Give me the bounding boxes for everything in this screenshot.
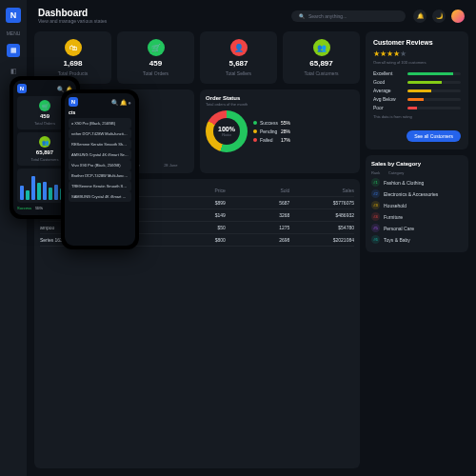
page-title: Dashboard: [38, 8, 107, 18]
list-item[interactable]: SAMSUNG Crystal 4K iSmart Serie...: [69, 191, 131, 202]
see-all-button[interactable]: See all Customers: [407, 130, 461, 142]
list-item[interactable]: o X90 Pro (Black, 256GB): [69, 118, 131, 129]
donut-chart: 100%Ratio: [206, 110, 248, 152]
menu-label: MENU: [7, 30, 21, 36]
list-item[interactable]: Brother DCP-T428W Multi-functio...: [69, 170, 131, 181]
legend-item: Success55%: [253, 120, 290, 126]
star-rating: ★★★★★: [373, 50, 461, 58]
stat-icon: 👥: [313, 39, 330, 56]
stat-card: 👤5,687Total Sellers: [200, 31, 277, 84]
list-item[interactable]: AMSUNG Crystal 4K iSmart Serie...: [69, 149, 131, 160]
stat-icon: 🛍: [65, 39, 82, 56]
page-subtitle: View and manage various states: [38, 18, 107, 24]
list-item[interactable]: TRESemme Keratin Smooth Shampoo: [69, 181, 131, 191]
stat-icon: 🛒: [148, 39, 165, 56]
search-input[interactable]: 🔍 Search anything...: [291, 10, 406, 22]
logo: N: [69, 97, 78, 107]
legend-item: Failed17%: [253, 137, 290, 143]
logo[interactable]: N: [6, 8, 21, 23]
topbar: Dashboard View and manage various states…: [27, 0, 476, 31]
category-row[interactable]: #5Personal Care: [371, 224, 463, 232]
category-row[interactable]: #4Furniture: [371, 212, 463, 221]
avatar[interactable]: [451, 10, 465, 23]
notification-icon[interactable]: 🔔: [413, 10, 426, 23]
list-item[interactable]: Vivo X90 Pro (Black, 256GB): [69, 160, 131, 170]
phone-mockups: N🔍 🔔 🛒459Total Orders 👥65,897Total Custo…: [10, 76, 139, 249]
sales-by-category: Sales by Category RankCategory #1Fashion…: [366, 155, 468, 252]
order-status-title: Order Status: [206, 95, 354, 101]
stat-icon: 👤: [230, 39, 248, 56]
theme-toggle[interactable]: 🌙: [432, 10, 446, 23]
search-icon: 🔍: [299, 13, 305, 19]
rating-row: Excellent: [373, 70, 461, 76]
rating-row: Avg Below: [373, 96, 461, 102]
customer-reviews: Customer Reviews ★★★★★ Overall rating of…: [366, 31, 468, 149]
stat-card: 👥65,897Total Customers: [283, 31, 360, 84]
list-item[interactable]: RESemme Keratin Smooth Shampoo: [69, 139, 131, 149]
category-row[interactable]: #1Fashion & Clothing: [371, 178, 463, 187]
category-row[interactable]: #6Toys & Baby: [371, 235, 463, 244]
list-item[interactable]: rother DCP-T428W Multi-functio...: [69, 129, 131, 139]
category-row[interactable]: #3Household: [371, 201, 463, 209]
nav-dashboard[interactable]: ▦: [7, 44, 20, 57]
rating-row: Average: [373, 88, 461, 93]
logo: N: [17, 84, 27, 93]
order-status-panel: Order Status Total orders of the month 1…: [200, 89, 360, 173]
legend-item: Pending28%: [253, 129, 290, 134]
category-row[interactable]: #2Electronics & Accessories: [371, 189, 463, 198]
rating-row: Good: [373, 79, 461, 85]
rating-row: Poor: [373, 105, 461, 110]
